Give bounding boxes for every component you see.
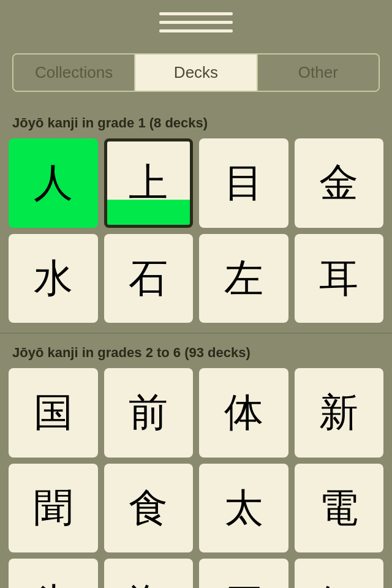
tab-collections[interactable]: Collections [13,55,135,91]
tab-decks[interactable]: Decks [135,55,256,91]
kanji-card-1-7[interactable]: 電 [295,464,384,553]
section-grade2to6: Jōyō kanji in grades 2 to 6 (93 decks) 国… [0,334,392,588]
kanji-card-1-0[interactable]: 国 [9,368,98,458]
grade1-card-grid: 人上目金水石左耳 [0,138,392,333]
menu-button[interactable] [159,12,233,32]
kanji-card-0-2[interactable]: 目 [199,138,288,228]
kanji-card-1-3[interactable]: 新 [295,368,384,458]
kanji-card-1-6[interactable]: 太 [199,464,288,553]
kanji-card-0-3[interactable]: 金 [295,138,384,228]
section-grade1: Jōyō kanji in grade 1 (8 decks) 人上目金水石左耳 [0,104,392,333]
kanji-card-1-8[interactable]: 氷 [9,559,98,588]
grade2to6-card-grid: 国前体新聞食太電氷海四細 [0,368,392,588]
kanji-card-0-6[interactable]: 左 [199,234,288,323]
kanji-card-0-7[interactable]: 耳 [295,234,384,323]
tab-other[interactable]: Other [257,55,379,91]
kanji-card-1-11[interactable]: 細 [295,559,384,588]
kanji-card-0-0[interactable]: 人 [9,138,98,228]
section-grade2to6-title: Jōyō kanji in grades 2 to 6 (93 decks) [0,334,392,368]
kanji-card-1-2[interactable]: 体 [199,368,288,458]
kanji-card-0-1[interactable]: 上 [104,138,194,228]
kanji-card-1-5[interactable]: 食 [104,464,194,553]
header [0,0,392,47]
section-grade1-title: Jōyō kanji in grade 1 (8 decks) [0,104,392,138]
kanji-card-1-4[interactable]: 聞 [9,464,98,553]
kanji-card-1-10[interactable]: 四 [199,559,288,588]
kanji-card-1-9[interactable]: 海 [104,559,194,588]
kanji-card-0-5[interactable]: 石 [104,234,194,323]
tab-bar: Collections Decks Other [12,53,380,92]
kanji-card-0-4[interactable]: 水 [9,234,98,323]
kanji-card-1-1[interactable]: 前 [104,368,194,458]
